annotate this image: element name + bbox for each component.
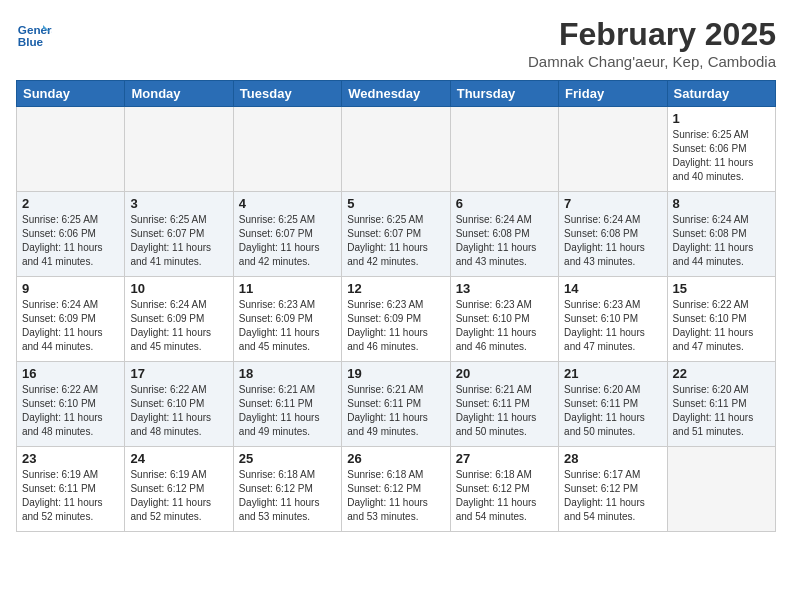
calendar-day-cell: 5Sunrise: 6:25 AMSunset: 6:07 PMDaylight… <box>342 192 450 277</box>
day-info: Sunrise: 6:21 AMSunset: 6:11 PMDaylight:… <box>347 383 444 439</box>
page-header: General Blue February 2025 Damnak Chang'… <box>16 16 776 70</box>
day-number: 24 <box>130 451 227 466</box>
calendar-table: SundayMondayTuesdayWednesdayThursdayFrid… <box>16 80 776 532</box>
day-number: 1 <box>673 111 770 126</box>
day-info: Sunrise: 6:25 AMSunset: 6:07 PMDaylight:… <box>239 213 336 269</box>
day-info: Sunrise: 6:25 AMSunset: 6:07 PMDaylight:… <box>130 213 227 269</box>
day-number: 15 <box>673 281 770 296</box>
day-number: 20 <box>456 366 553 381</box>
day-info: Sunrise: 6:24 AMSunset: 6:08 PMDaylight:… <box>564 213 661 269</box>
day-info: Sunrise: 6:24 AMSunset: 6:09 PMDaylight:… <box>22 298 119 354</box>
day-number: 14 <box>564 281 661 296</box>
day-number: 4 <box>239 196 336 211</box>
day-number: 18 <box>239 366 336 381</box>
day-info: Sunrise: 6:23 AMSunset: 6:09 PMDaylight:… <box>239 298 336 354</box>
calendar-day-cell <box>342 107 450 192</box>
weekday-header-monday: Monday <box>125 81 233 107</box>
calendar-day-cell: 16Sunrise: 6:22 AMSunset: 6:10 PMDayligh… <box>17 362 125 447</box>
calendar-day-cell <box>559 107 667 192</box>
day-number: 8 <box>673 196 770 211</box>
day-number: 10 <box>130 281 227 296</box>
weekday-header-tuesday: Tuesday <box>233 81 341 107</box>
calendar-day-cell <box>125 107 233 192</box>
day-info: Sunrise: 6:18 AMSunset: 6:12 PMDaylight:… <box>456 468 553 524</box>
day-info: Sunrise: 6:24 AMSunset: 6:09 PMDaylight:… <box>130 298 227 354</box>
day-info: Sunrise: 6:23 AMSunset: 6:09 PMDaylight:… <box>347 298 444 354</box>
weekday-header-saturday: Saturday <box>667 81 775 107</box>
day-number: 3 <box>130 196 227 211</box>
calendar-day-cell: 15Sunrise: 6:22 AMSunset: 6:10 PMDayligh… <box>667 277 775 362</box>
calendar-day-cell: 24Sunrise: 6:19 AMSunset: 6:12 PMDayligh… <box>125 447 233 532</box>
month-title: February 2025 <box>528 16 776 53</box>
calendar-week-row: 2Sunrise: 6:25 AMSunset: 6:06 PMDaylight… <box>17 192 776 277</box>
calendar-day-cell <box>450 107 558 192</box>
day-number: 12 <box>347 281 444 296</box>
day-info: Sunrise: 6:23 AMSunset: 6:10 PMDaylight:… <box>456 298 553 354</box>
day-info: Sunrise: 6:24 AMSunset: 6:08 PMDaylight:… <box>456 213 553 269</box>
calendar-day-cell: 3Sunrise: 6:25 AMSunset: 6:07 PMDaylight… <box>125 192 233 277</box>
day-number: 27 <box>456 451 553 466</box>
weekday-header-friday: Friday <box>559 81 667 107</box>
day-number: 25 <box>239 451 336 466</box>
calendar-day-cell: 25Sunrise: 6:18 AMSunset: 6:12 PMDayligh… <box>233 447 341 532</box>
calendar-day-cell: 20Sunrise: 6:21 AMSunset: 6:11 PMDayligh… <box>450 362 558 447</box>
calendar-day-cell: 27Sunrise: 6:18 AMSunset: 6:12 PMDayligh… <box>450 447 558 532</box>
day-info: Sunrise: 6:22 AMSunset: 6:10 PMDaylight:… <box>673 298 770 354</box>
day-info: Sunrise: 6:21 AMSunset: 6:11 PMDaylight:… <box>456 383 553 439</box>
day-info: Sunrise: 6:23 AMSunset: 6:10 PMDaylight:… <box>564 298 661 354</box>
day-info: Sunrise: 6:25 AMSunset: 6:07 PMDaylight:… <box>347 213 444 269</box>
calendar-day-cell: 11Sunrise: 6:23 AMSunset: 6:09 PMDayligh… <box>233 277 341 362</box>
day-info: Sunrise: 6:25 AMSunset: 6:06 PMDaylight:… <box>22 213 119 269</box>
day-info: Sunrise: 6:20 AMSunset: 6:11 PMDaylight:… <box>673 383 770 439</box>
day-info: Sunrise: 6:21 AMSunset: 6:11 PMDaylight:… <box>239 383 336 439</box>
day-info: Sunrise: 6:25 AMSunset: 6:06 PMDaylight:… <box>673 128 770 184</box>
day-number: 28 <box>564 451 661 466</box>
calendar-day-cell: 12Sunrise: 6:23 AMSunset: 6:09 PMDayligh… <box>342 277 450 362</box>
day-info: Sunrise: 6:19 AMSunset: 6:11 PMDaylight:… <box>22 468 119 524</box>
day-number: 19 <box>347 366 444 381</box>
calendar-day-cell: 17Sunrise: 6:22 AMSunset: 6:10 PMDayligh… <box>125 362 233 447</box>
day-info: Sunrise: 6:24 AMSunset: 6:08 PMDaylight:… <box>673 213 770 269</box>
day-info: Sunrise: 6:19 AMSunset: 6:12 PMDaylight:… <box>130 468 227 524</box>
weekday-header-sunday: Sunday <box>17 81 125 107</box>
calendar-day-cell: 23Sunrise: 6:19 AMSunset: 6:11 PMDayligh… <box>17 447 125 532</box>
day-number: 22 <box>673 366 770 381</box>
day-number: 17 <box>130 366 227 381</box>
day-number: 7 <box>564 196 661 211</box>
logo-icon: General Blue <box>16 16 52 52</box>
day-number: 2 <box>22 196 119 211</box>
day-number: 13 <box>456 281 553 296</box>
calendar-day-cell: 22Sunrise: 6:20 AMSunset: 6:11 PMDayligh… <box>667 362 775 447</box>
calendar-day-cell: 14Sunrise: 6:23 AMSunset: 6:10 PMDayligh… <box>559 277 667 362</box>
day-info: Sunrise: 6:18 AMSunset: 6:12 PMDaylight:… <box>239 468 336 524</box>
calendar-day-cell: 8Sunrise: 6:24 AMSunset: 6:08 PMDaylight… <box>667 192 775 277</box>
day-info: Sunrise: 6:17 AMSunset: 6:12 PMDaylight:… <box>564 468 661 524</box>
calendar-day-cell <box>233 107 341 192</box>
calendar-week-row: 16Sunrise: 6:22 AMSunset: 6:10 PMDayligh… <box>17 362 776 447</box>
logo: General Blue <box>16 16 52 52</box>
calendar-day-cell: 7Sunrise: 6:24 AMSunset: 6:08 PMDaylight… <box>559 192 667 277</box>
calendar-day-cell: 13Sunrise: 6:23 AMSunset: 6:10 PMDayligh… <box>450 277 558 362</box>
day-info: Sunrise: 6:22 AMSunset: 6:10 PMDaylight:… <box>22 383 119 439</box>
day-number: 26 <box>347 451 444 466</box>
calendar-day-cell: 1Sunrise: 6:25 AMSunset: 6:06 PMDaylight… <box>667 107 775 192</box>
day-number: 6 <box>456 196 553 211</box>
calendar-day-cell: 26Sunrise: 6:18 AMSunset: 6:12 PMDayligh… <box>342 447 450 532</box>
calendar-day-cell: 6Sunrise: 6:24 AMSunset: 6:08 PMDaylight… <box>450 192 558 277</box>
calendar-day-cell: 10Sunrise: 6:24 AMSunset: 6:09 PMDayligh… <box>125 277 233 362</box>
calendar-day-cell: 2Sunrise: 6:25 AMSunset: 6:06 PMDaylight… <box>17 192 125 277</box>
day-number: 11 <box>239 281 336 296</box>
day-number: 5 <box>347 196 444 211</box>
day-number: 21 <box>564 366 661 381</box>
title-block: February 2025 Damnak Chang'aeur, Kep, Ca… <box>528 16 776 70</box>
calendar-day-cell: 18Sunrise: 6:21 AMSunset: 6:11 PMDayligh… <box>233 362 341 447</box>
calendar-day-cell: 19Sunrise: 6:21 AMSunset: 6:11 PMDayligh… <box>342 362 450 447</box>
calendar-week-row: 9Sunrise: 6:24 AMSunset: 6:09 PMDaylight… <box>17 277 776 362</box>
day-number: 9 <box>22 281 119 296</box>
calendar-day-cell: 28Sunrise: 6:17 AMSunset: 6:12 PMDayligh… <box>559 447 667 532</box>
weekday-header-thursday: Thursday <box>450 81 558 107</box>
day-number: 16 <box>22 366 119 381</box>
day-info: Sunrise: 6:22 AMSunset: 6:10 PMDaylight:… <box>130 383 227 439</box>
calendar-day-cell: 21Sunrise: 6:20 AMSunset: 6:11 PMDayligh… <box>559 362 667 447</box>
weekday-header-wednesday: Wednesday <box>342 81 450 107</box>
